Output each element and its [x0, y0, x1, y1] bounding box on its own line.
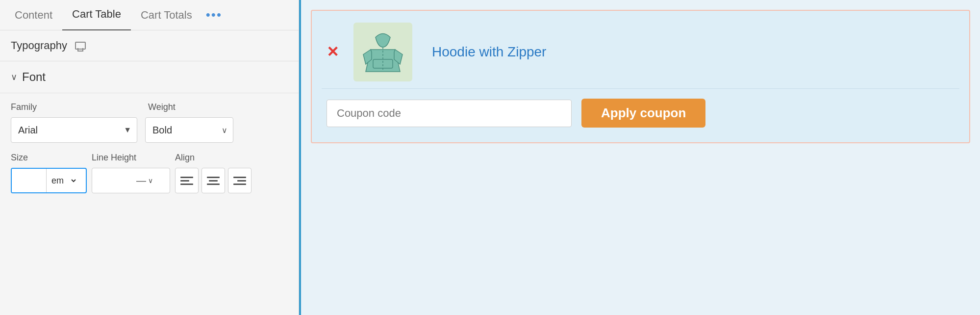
font-weight-select[interactable]: Bold Normal Light Bolder [145, 117, 233, 143]
align-center-button[interactable] [201, 168, 225, 193]
lineheight-arrow-icon[interactable]: ∨ [148, 177, 153, 184]
right-panel: ✕ Hoodie with Zippe [301, 0, 980, 315]
product-image [353, 23, 412, 81]
tab-cart-table[interactable]: Cart Table [62, 0, 131, 31]
coupon-code-input[interactable] [327, 100, 572, 127]
lineheight-label: Line Height [92, 153, 170, 163]
align-center-icon [207, 177, 220, 185]
family-weight-controls: Arial Helvetica Georgia Times New Roman … [11, 117, 288, 143]
tabs-bar: Content Cart Table Cart Totals ••• [0, 0, 299, 30]
controls-area: Family Weight Arial Helvetica Georgia Ti… [0, 93, 299, 202]
align-right-icon [233, 177, 246, 185]
tab-cart-totals[interactable]: Cart Totals [131, 0, 202, 30]
lineheight-dash: — [136, 175, 146, 186]
cart-table-area: ✕ Hoodie with Zippe [311, 10, 970, 143]
family-label: Family [11, 102, 138, 112]
weight-label: Weight [148, 102, 288, 112]
size-lineheight-align-labels: Size Line Height Align [11, 153, 288, 163]
hoodie-image [361, 27, 405, 77]
font-label: Font [22, 70, 46, 84]
family-weight-labels: Family Weight [11, 102, 288, 112]
monitor-icon[interactable] [75, 42, 86, 50]
typography-section-header: Typography [0, 30, 299, 61]
size-input[interactable] [12, 169, 46, 192]
left-panel: Content Cart Table Cart Totals ••• Typog… [0, 0, 299, 315]
align-right-button[interactable] [228, 168, 251, 193]
more-tabs-button[interactable]: ••• [206, 7, 222, 23]
size-input-wrapper: em px rem % [11, 168, 87, 193]
cart-item-row: ✕ Hoodie with Zippe [322, 16, 959, 89]
size-lineheight-align-controls: em px rem % — ∨ [11, 168, 288, 193]
typography-label: Typography [11, 39, 67, 52]
lineheight-input[interactable] [97, 175, 136, 186]
weight-select-wrapper: Bold Normal Light Bolder ∨ [145, 117, 233, 143]
align-left-button[interactable] [175, 168, 199, 193]
product-name-link[interactable]: Hoodie with Zipper [432, 44, 546, 60]
size-unit-select[interactable]: em px rem % [46, 169, 77, 192]
align-left-icon [180, 177, 193, 185]
lineheight-wrapper: — ∨ [92, 168, 170, 193]
font-section: ∨ Font [0, 61, 299, 93]
font-toggle[interactable]: ∨ Font [11, 70, 288, 84]
align-label: Align [175, 153, 288, 163]
font-family-select[interactable]: Arial Helvetica Georgia Times New Roman [11, 117, 137, 143]
size-label: Size [11, 153, 87, 163]
chevron-down-icon: ∨ [11, 72, 17, 82]
family-select-wrapper: Arial Helvetica Georgia Times New Roman … [11, 117, 137, 143]
tab-content[interactable]: Content [5, 0, 62, 30]
coupon-row: Apply coupon [322, 89, 959, 137]
align-buttons [175, 168, 251, 193]
remove-item-button[interactable]: ✕ [327, 45, 339, 59]
apply-coupon-button[interactable]: Apply coupon [581, 99, 705, 128]
